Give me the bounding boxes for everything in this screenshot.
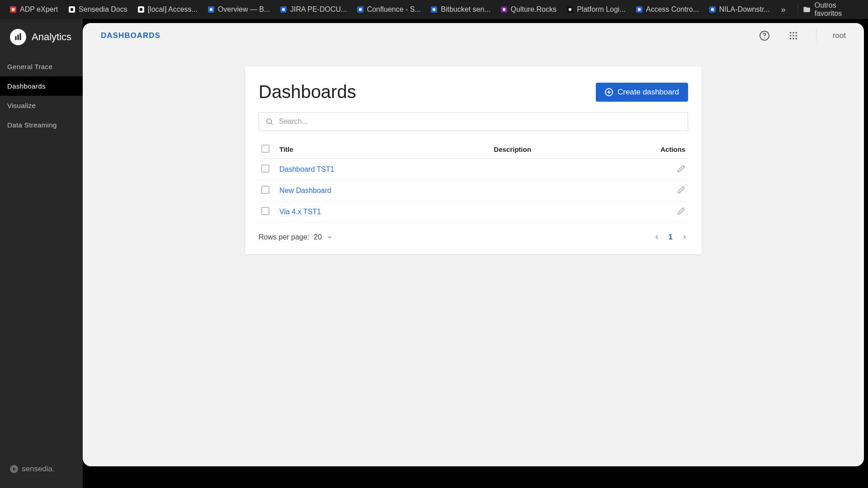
browser-tab[interactable]: Bitbucket sen...: [425, 3, 493, 16]
column-title[interactable]: Title: [277, 140, 491, 159]
user-menu[interactable]: root: [833, 31, 846, 40]
search-input[interactable]: [279, 117, 681, 126]
tab-favicon-icon: [431, 6, 437, 13]
table-header-row: Title Description Actions: [259, 140, 688, 159]
edit-button[interactable]: [677, 186, 685, 194]
dashboard-link[interactable]: Via 4.x TST1: [279, 208, 321, 216]
svg-point-6: [433, 8, 435, 11]
tab-favicon-icon: [709, 6, 716, 13]
svg-point-19: [789, 35, 791, 37]
prev-page-button[interactable]: [653, 234, 660, 241]
browser-tab[interactable]: Platform Logi...: [561, 3, 629, 16]
rows-per-page-label: Rows per page:: [259, 233, 309, 241]
svg-point-7: [502, 8, 505, 11]
sidebar: Analytics General TraceDashboardsVisuali…: [0, 19, 83, 488]
dashboard-link[interactable]: New Dashboard: [279, 187, 331, 194]
dashboard-link[interactable]: Dashboard TST1: [279, 165, 335, 173]
column-actions: Actions: [643, 140, 688, 159]
column-description[interactable]: Description: [491, 140, 643, 159]
pagination: 1: [653, 233, 688, 242]
help-button[interactable]: [758, 29, 771, 42]
browser-tab[interactable]: Confluence - S...: [352, 3, 424, 16]
apps-button[interactable]: [787, 29, 800, 42]
tab-label: Qulture.Rocks: [511, 5, 557, 14]
sensedia-logo-icon: [10, 465, 18, 473]
row-checkbox[interactable]: [261, 207, 269, 215]
topbar: DASHBOARDS root: [83, 23, 864, 48]
svg-point-2: [139, 8, 142, 11]
sidebar-nav: General TraceDashboardsVisualizeData Str…: [0, 57, 83, 135]
sidebar-footer: sensedia.: [0, 456, 83, 488]
dashboards-table: Title Description Actions Dashboard TST1…: [259, 140, 688, 223]
tab-favicon-icon: [138, 6, 144, 13]
tab-favicon-icon: [10, 6, 16, 13]
svg-point-16: [789, 32, 791, 34]
card-header: Dashboards Create dashboard: [259, 82, 688, 102]
brand[interactable]: Analytics: [0, 19, 83, 57]
browser-tab[interactable]: [local] Access...: [132, 3, 201, 16]
table-row: New Dashboard: [259, 180, 688, 202]
bookmarks-folder-label: Outros favoritos: [815, 1, 863, 18]
app-frame: Analytics General TraceDashboardsVisuali…: [0, 19, 868, 488]
browser-tab[interactable]: Overview — B...: [203, 3, 273, 16]
browser-tabstrip: ADP eXpertSensedia Docs[local] Access...…: [0, 0, 868, 19]
rows-per-page-selector[interactable]: Rows per page: 20: [259, 233, 333, 241]
row-checkbox[interactable]: [261, 164, 269, 173]
pencil-icon: [677, 207, 685, 215]
browser-tab[interactable]: Qulture.Rocks: [495, 3, 560, 16]
row-description: [491, 159, 643, 180]
tab-label: Platform Logi...: [577, 5, 626, 14]
tab-favicon-icon: [208, 6, 214, 13]
browser-tab[interactable]: ADP eXpert: [5, 3, 61, 16]
table-footer: Rows per page: 20 1: [259, 223, 688, 242]
svg-rect-11: [15, 36, 16, 40]
row-checkbox[interactable]: [261, 186, 269, 194]
tabs-overflow-button[interactable]: »: [774, 5, 792, 14]
svg-point-10: [711, 8, 713, 11]
breadcrumb[interactable]: DASHBOARDS: [101, 31, 160, 40]
svg-point-9: [638, 8, 641, 11]
browser-tab[interactable]: NILA-Downstr...: [704, 3, 773, 16]
tab-favicon-icon: [501, 6, 507, 13]
svg-point-24: [795, 38, 797, 40]
tab-label: Overview — B...: [218, 5, 270, 14]
tab-label: [local] Access...: [148, 5, 198, 14]
edit-button[interactable]: [677, 164, 685, 173]
chevron-left-icon: [653, 234, 660, 241]
brand-name: Analytics: [32, 31, 71, 43]
rows-per-page-value: 20: [314, 233, 322, 241]
bookmarks-folder[interactable]: Outros favoritos: [803, 1, 863, 18]
sidebar-item-visualize[interactable]: Visualize: [0, 96, 83, 115]
help-icon: [759, 30, 770, 41]
edit-button[interactable]: [677, 207, 685, 215]
content-window: DASHBOARDS root Dashboards: [83, 23, 864, 466]
browser-tab[interactable]: JIRA PE-DOCU...: [275, 3, 350, 16]
create-dashboard-button[interactable]: Create dashboard: [596, 83, 688, 102]
svg-point-25: [267, 119, 272, 124]
browser-tab[interactable]: Sensedia Docs: [63, 3, 131, 16]
sidebar-item-dashboards[interactable]: Dashboards: [0, 76, 83, 96]
chevron-right-icon: [681, 234, 688, 241]
svg-point-15: [764, 38, 765, 38]
sidebar-item-general-trace[interactable]: General Trace: [0, 57, 83, 76]
tab-label: JIRA PE-DOCU...: [290, 5, 347, 14]
svg-line-26: [271, 123, 272, 124]
current-page[interactable]: 1: [669, 233, 673, 242]
browser-tab[interactable]: Access Contro...: [631, 3, 702, 16]
select-all-checkbox[interactable]: [261, 145, 269, 153]
brand-logo-icon: [10, 29, 26, 45]
svg-point-0: [12, 8, 14, 11]
tab-label: Confluence - S...: [367, 5, 421, 14]
next-page-button[interactable]: [681, 234, 688, 241]
tab-favicon-icon: [636, 6, 642, 13]
tab-label: NILA-Downstr...: [719, 5, 770, 14]
svg-rect-13: [19, 33, 21, 40]
tab-label: Access Contro...: [646, 5, 699, 14]
svg-point-5: [359, 8, 361, 11]
tab-favicon-icon: [357, 6, 363, 13]
create-dashboard-label: Create dashboard: [618, 88, 679, 97]
app: Analytics General TraceDashboardsVisuali…: [0, 19, 868, 488]
sidebar-item-data-streaming[interactable]: Data Streaming: [0, 115, 83, 135]
svg-point-23: [793, 38, 794, 40]
search-field[interactable]: [259, 112, 688, 131]
